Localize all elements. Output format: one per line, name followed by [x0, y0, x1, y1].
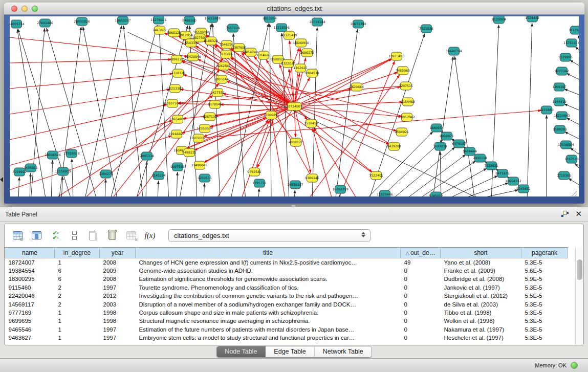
table-cell-in_degree[interactable]: 1	[55, 258, 100, 267]
table-cell-year[interactable]: 1997	[100, 325, 136, 334]
graph-node[interactable]: 1710365	[557, 171, 571, 180]
table-cell-title[interactable]: Structural magnetic resonance image aver…	[136, 317, 401, 325]
table-cell-name[interactable]: 9777169	[5, 309, 55, 317]
graph-node[interactable]: 7485063	[396, 67, 410, 75]
graph-node[interactable]: 8186328	[204, 37, 218, 45]
table-options-icon[interactable]: ⚙	[11, 229, 24, 242]
graph-node[interactable]: 1589293	[553, 125, 567, 134]
table-cell-pagerank[interactable]: 5.3E-5	[521, 334, 568, 342]
graph-node[interactable]: 1154469	[401, 98, 415, 106]
graph-node[interactable]: 12213382	[167, 84, 183, 93]
table-cell-in_degree[interactable]: 1	[55, 317, 100, 325]
table-cell-title[interactable]: Investigating the contribution of common…	[136, 292, 401, 300]
graph-node[interactable]: 2935114	[473, 154, 487, 162]
table-cell-short[interactable]: Dudbridge et al. (2008)	[441, 275, 521, 283]
table-cell-short[interactable]: Franke et al. (2009)	[441, 267, 521, 275]
graph-node[interactable]: 8215958	[539, 106, 554, 114]
table-cell-name[interactable]: 14569117	[5, 300, 55, 308]
graph-node[interactable]: 17359928	[63, 149, 80, 158]
graph-node[interactable]: 18724007	[286, 102, 302, 111]
table-cell-pagerank[interactable]: 5.3E-5	[521, 325, 568, 334]
graph-node[interactable]: 8267130	[203, 113, 217, 121]
function-builder-icon[interactable]: f(x)	[143, 229, 157, 242]
table-row[interactable]: 946554611997Estimation of the future num…	[5, 325, 568, 334]
column-header-title[interactable]: title	[136, 248, 401, 258]
graph-node[interactable]: 8454749	[244, 48, 258, 56]
graph-node[interactable]: 20931826	[74, 17, 90, 26]
graph-node[interactable]: 1640954	[429, 124, 444, 132]
table-cell-pagerank[interactable]: 5.3E-5	[521, 258, 568, 267]
graph-node[interactable]: 8427552	[210, 89, 225, 97]
graph-node[interactable]: 19166827	[168, 130, 185, 138]
table-cell-out_degree[interactable]: 0	[401, 267, 441, 275]
table-cell-in_degree[interactable]: 2	[55, 300, 100, 308]
table-cell-year[interactable]: 2008	[100, 258, 136, 267]
table-cell-name[interactable]: 18300295	[5, 275, 55, 283]
table-cell-in_degree[interactable]: 1	[55, 309, 100, 317]
graph-node[interactable]: 1297515	[399, 82, 413, 90]
table-row[interactable]: 1938455462009Genome-wide association stu…	[5, 267, 568, 275]
column-header-name[interactable]: name	[5, 248, 55, 258]
table-cell-in_degree[interactable]: 6	[55, 275, 100, 283]
graph-node[interactable]: 16782759	[332, 185, 349, 193]
table-cell-in_degree[interactable]: 6	[55, 267, 100, 275]
graph-node[interactable]: 16958107	[287, 181, 303, 189]
close-panel-icon[interactable]: ✕	[575, 209, 582, 218]
new-table-icon[interactable]	[86, 229, 100, 242]
graph-node[interactable]: 1145194	[151, 171, 166, 180]
table-cell-short[interactable]: Yano et al. (2008)	[441, 258, 521, 267]
table-row[interactable]: 1872400712008Changes of HCN gene express…	[5, 258, 568, 267]
column-header-in_degree[interactable]: in_degree	[55, 248, 100, 258]
graph-node[interactable]: 9242845	[216, 62, 231, 70]
table-vertical-scrollbar[interactable]	[575, 247, 583, 345]
graph-node[interactable]: 1620664	[350, 83, 364, 91]
graph-node[interactable]: 1696172	[300, 49, 314, 57]
table-cell-in_degree[interactable]: 2	[55, 292, 100, 300]
table-cell-in_degree[interactable]: 2	[55, 283, 100, 292]
graph-node[interactable]: 2895334	[140, 152, 154, 160]
table-cell-out_degree[interactable]: 0	[401, 292, 441, 300]
column-header-short[interactable]: short	[441, 248, 521, 258]
graph-node[interactable]: 1518453	[304, 119, 318, 127]
graph-node[interactable]: 9245652	[516, 185, 531, 193]
graph-node[interactable]: 9129996	[558, 53, 573, 61]
show-columns-icon[interactable]	[30, 229, 43, 242]
graph-node[interactable]: 16648794	[446, 47, 462, 55]
graph-node[interactable]: 9380245	[305, 174, 319, 182]
table-row[interactable]: 2242004622012Investigating the contribut…	[5, 292, 568, 300]
table-row[interactable]: 969969511998Structural magnetic resonanc…	[5, 317, 568, 325]
table-cell-short[interactable]: Stergiakouli et al. (2012)	[441, 292, 521, 300]
graph-node[interactable]: 9474444	[463, 147, 477, 156]
tab-network-table[interactable]: Network Table	[315, 346, 372, 357]
table-cell-year[interactable]: 1998	[100, 309, 136, 317]
scrollbar-thumb[interactable]	[577, 259, 582, 280]
column-header-pagerank[interactable]: pagerank	[521, 248, 568, 258]
graph-node[interactable]: 15751074	[563, 39, 579, 47]
graph-node[interactable]: 2803144	[214, 75, 229, 83]
graph-node[interactable]: 9314682	[256, 51, 271, 59]
table-cell-name[interactable]: 9463627	[5, 334, 55, 342]
table-cell-title[interactable]: Genome-wide association studies in ADHD.	[136, 267, 401, 275]
network-canvas[interactable]: 1405571427691406209318261065328715276021…	[10, 16, 579, 196]
graph-node[interactable]: 8129904	[492, 16, 506, 24]
window-titlebar[interactable]: citations_edges.txt	[4, 3, 584, 15]
graph-node[interactable]: 6479197	[452, 140, 466, 148]
tab-edge-table[interactable]: Edge Table	[266, 346, 314, 357]
graph-node[interactable]: 1167533	[564, 155, 579, 163]
graph-node[interactable]: 1209387	[552, 83, 567, 91]
table-cell-out_degree[interactable]: 0	[401, 275, 441, 283]
graph-node[interactable]: 7632621	[484, 162, 498, 170]
graph-node[interactable]: 15218506	[273, 24, 290, 32]
graph-node[interactable]: 16640910	[293, 39, 309, 47]
table-cell-title[interactable]: Corpus callosum shape and size in male p…	[136, 309, 401, 317]
table-cell-pagerank[interactable]: 5.9E-5	[521, 275, 568, 283]
graph-node[interactable]: 1394275	[99, 170, 113, 178]
table-cell-out_degree[interactable]: 0	[401, 283, 441, 292]
memory-status-icon[interactable]	[571, 362, 578, 369]
graph-node[interactable]: 9498222	[182, 148, 197, 157]
table-cell-out_degree[interactable]: 0	[401, 300, 441, 308]
graph-node[interactable]: 4938122	[289, 138, 303, 146]
graph-node[interactable]: 18957942	[399, 113, 415, 121]
float-panel-icon[interactable]	[561, 211, 569, 217]
graph-node[interactable]: 1117534	[569, 26, 579, 34]
